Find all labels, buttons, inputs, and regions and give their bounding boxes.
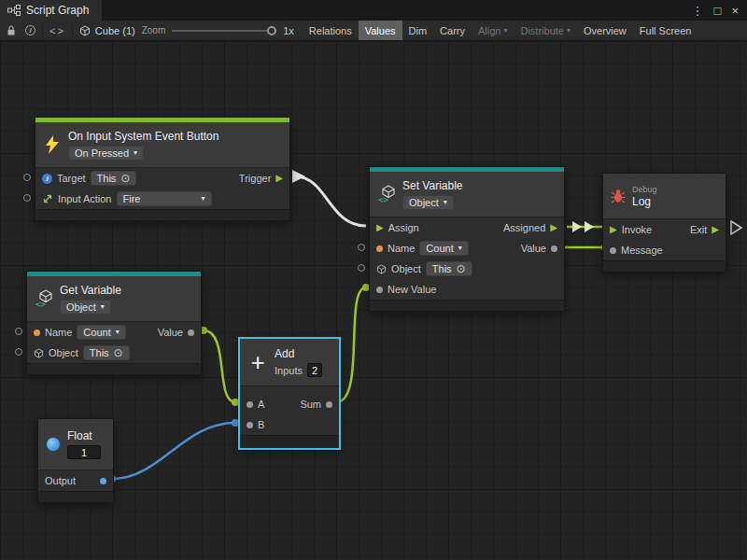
target-value: This xyxy=(97,173,117,184)
object-target-value: This xyxy=(90,347,109,358)
node-title: Float xyxy=(67,429,92,442)
value-port[interactable] xyxy=(188,329,194,336)
inputs-count-field[interactable]: 2 xyxy=(307,363,322,377)
new-value-port[interactable] xyxy=(376,287,383,293)
variable-icon: <> xyxy=(377,185,396,203)
button-label: Distribute xyxy=(520,25,563,36)
carry-button[interactable]: Carry xyxy=(433,21,472,40)
name-port-handle[interactable] xyxy=(358,244,365,251)
overview-button[interactable]: Overview xyxy=(577,21,633,40)
event-mode-dropdown[interactable]: On Pressed ▾ xyxy=(68,146,144,161)
node-footer xyxy=(240,435,339,448)
sum-port[interactable] xyxy=(326,401,332,408)
object-port-handle[interactable] xyxy=(15,348,22,356)
target-object-button[interactable]: This ⊙ xyxy=(91,171,137,186)
zoom-slider[interactable] xyxy=(172,25,276,36)
trigger-port[interactable]: ▶ xyxy=(275,174,283,183)
info-icon[interactable]: i xyxy=(25,25,35,35)
float-value-field[interactable]: 1 xyxy=(67,445,101,459)
divider xyxy=(42,24,43,37)
value-port[interactable] xyxy=(551,245,557,252)
name-port[interactable] xyxy=(376,245,383,252)
variable-scope-dropdown[interactable]: Object ▾ xyxy=(60,300,111,315)
a-port[interactable] xyxy=(247,401,253,408)
chevron-down-icon: ▾ xyxy=(134,149,137,157)
name-port-row: Name Count ▾ Value xyxy=(370,238,564,259)
tab-script-graph[interactable]: Script Graph xyxy=(0,0,102,21)
variable-name-dropdown[interactable]: Count ▾ xyxy=(419,241,468,256)
new-value-port-label: New Value xyxy=(388,284,436,295)
invoke-port-row: ▶ Invoke Exit ▶ xyxy=(603,219,726,240)
message-port[interactable] xyxy=(610,247,616,254)
node-debug-log[interactable]: Debug Log ▶ Invoke Exit ▶ Message xyxy=(602,173,726,273)
assigned-port[interactable]: ▶ xyxy=(550,223,557,232)
wire-getvalue-to-a[interactable] xyxy=(204,330,235,402)
target-port-row: i Target This ⊙ Trigger ▶ xyxy=(35,168,289,189)
node-add[interactable]: + Add Inputs 2 A Sum xyxy=(239,338,340,449)
variable-name-dropdown[interactable]: Count ▾ xyxy=(77,325,125,340)
name-port-row: Name Count ▾ Value xyxy=(27,322,201,343)
code-view-icon[interactable]: <> xyxy=(49,25,65,36)
graph-canvas[interactable]: On Input System Event Button On Pressed … xyxy=(0,41,747,560)
wire-sum-to-newvalue[interactable] xyxy=(336,287,366,402)
name-port[interactable] xyxy=(34,329,40,336)
graph-context[interactable]: Cube (1) xyxy=(79,25,135,36)
value-port-label: Value xyxy=(521,243,546,254)
dim-button[interactable]: Dim xyxy=(402,21,434,40)
name-port-handle[interactable] xyxy=(15,328,22,335)
maximize-icon[interactable]: □ xyxy=(714,5,722,17)
value-port-label: Value xyxy=(158,327,183,338)
input-action-icon xyxy=(42,193,53,204)
relations-button[interactable]: Relations xyxy=(303,21,359,40)
name-port-label: Name xyxy=(45,327,72,338)
titlebar: Script Graph ⋮ □ × xyxy=(0,0,747,21)
invoke-port[interactable]: ▶ xyxy=(610,225,617,234)
target-picker-icon: ⊙ xyxy=(457,263,466,274)
exit-port[interactable]: ▶ xyxy=(712,225,719,234)
chevron-down-icon: ▾ xyxy=(458,245,462,252)
full-screen-button[interactable]: Full Screen xyxy=(633,21,698,40)
bug-icon xyxy=(611,189,626,203)
exit-port-label: Exit xyxy=(690,224,707,235)
target-port-handle[interactable] xyxy=(23,174,31,181)
wire-float-to-b[interactable] xyxy=(112,423,235,479)
node-footer xyxy=(27,363,201,374)
variable-scope-dropdown[interactable]: Object ▾ xyxy=(402,195,454,210)
lock-icon[interactable] xyxy=(4,23,19,38)
input-action-port-handle[interactable] xyxy=(23,194,31,202)
info-icon: i xyxy=(42,174,52,184)
assigned-port-label: Assigned xyxy=(503,222,545,233)
values-button[interactable]: Values xyxy=(359,21,402,40)
svg-text:<>: <> xyxy=(378,195,388,203)
node-get-variable[interactable]: <> Get Variable Object ▾ Name Count ▾ xyxy=(26,271,202,375)
output-port[interactable] xyxy=(100,478,106,484)
zoom-value: 1x xyxy=(283,25,294,36)
close-icon[interactable]: × xyxy=(731,5,739,17)
wire-trigger-to-assign[interactable] xyxy=(295,176,366,226)
object-port-row: Object This ⊙ xyxy=(370,259,564,279)
b-port[interactable] xyxy=(247,422,253,428)
align-button[interactable]: Align▾ xyxy=(472,21,514,40)
distribute-button[interactable]: Distribute▾ xyxy=(514,21,576,40)
assign-port[interactable]: ▶ xyxy=(376,223,384,232)
menu-icon[interactable]: ⋮ xyxy=(692,5,704,17)
variable-scope-value: Object xyxy=(409,197,439,208)
svg-text:<>: <> xyxy=(35,300,46,308)
node-float[interactable]: Float 1 Output xyxy=(37,418,114,503)
input-action-dropdown[interactable]: Fire ▾ xyxy=(117,191,212,206)
exit-wire-arrow[interactable] xyxy=(731,221,741,234)
node-set-variable[interactable]: <> Set Variable Object ▾ ▶ Assign Assign… xyxy=(369,166,565,312)
object-target-button[interactable]: This ⊙ xyxy=(426,261,472,276)
cube-icon xyxy=(376,264,387,274)
node-title: On Input System Event Button xyxy=(68,130,218,143)
node-category: Debug xyxy=(632,185,657,194)
cube-icon xyxy=(79,25,91,36)
object-port-row: Object This ⊙ xyxy=(27,343,201,363)
node-on-input-system-event-button[interactable]: On Input System Event Button On Pressed … xyxy=(35,117,290,221)
zoom-label: Zoom xyxy=(142,25,166,35)
object-target-button[interactable]: This ⊙ xyxy=(83,345,130,360)
zoom-slider-handle[interactable] xyxy=(267,26,276,35)
a-port-label: A xyxy=(258,399,264,410)
toolbar-buttons: Relations Values Dim Carry Align▾ Distri… xyxy=(303,21,698,40)
object-port-handle[interactable] xyxy=(358,264,365,272)
